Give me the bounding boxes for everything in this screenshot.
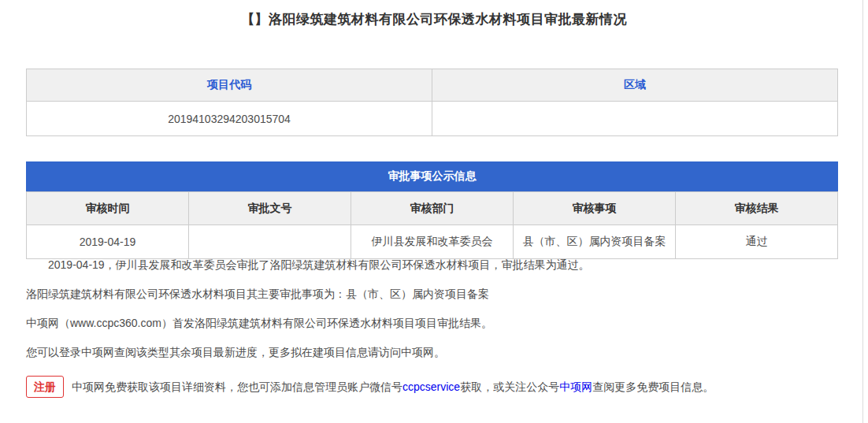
review-time-value: 2019-04-19 (27, 225, 189, 259)
register-text-after: 查阅更多免费项目信息。 (592, 381, 714, 392)
page-title: 【】洛阳绿筑建筑材料有限公司环保透水材料项目审批最新情况 (0, 0, 868, 28)
wechat-id-link[interactable]: ccpcservice (402, 381, 460, 392)
register-text-middle: 获取，或关注公众号 (460, 381, 559, 392)
approval-doc-number-header: 审批文号 (189, 192, 351, 225)
project-table-header-row: 项目代码 区域 (27, 69, 838, 102)
review-result-header: 审核结果 (676, 192, 838, 225)
register-button[interactable]: 注册 (26, 376, 64, 398)
project-info-table: 项目代码 区域 20194103294203015704 (26, 69, 838, 136)
page-right-edge-line (862, 0, 863, 423)
approval-table: 审核时间 审批文号 审核部门 审核事项 审核结果 2019-04-19 伊川县发… (26, 191, 838, 259)
project-table-data-row: 20194103294203015704 (27, 102, 838, 136)
site-name-link[interactable]: 中项网 (559, 381, 592, 392)
approval-table-data-row: 2019-04-19 伊川县发展和改革委员会 县（市、区）属内资项目备案 通过 (27, 225, 838, 259)
more-info-paragraph: 您可以登录中项网查阅该类型其余项目最新进度，更多拟在建项目信息请访问中项网。 (26, 347, 838, 358)
approval-table-header-row: 审核时间 审批文号 审核部门 审核事项 审核结果 (27, 192, 838, 225)
project-code-header: 项目代码 (27, 69, 432, 102)
review-matter-header: 审核事项 (514, 192, 676, 225)
matter-paragraph: 洛阳绿筑建筑材料有限公司环保透水材料项目其主要审批事项为：县（市、区）属内资项目… (26, 288, 838, 299)
review-result-value: 通过 (676, 225, 838, 259)
main-content: 项目代码 区域 20194103294203015704 审批事项公示信息 审核… (26, 69, 838, 398)
review-department-value: 伊川县发展和改革委员会 (351, 225, 514, 259)
register-text-before: 中项网免费获取该项目详细资料，您也可添加信息管理员账户微信号 (72, 381, 402, 392)
approval-banner: 审批事项公示信息 (26, 161, 838, 191)
project-code-value: 20194103294203015704 (27, 102, 432, 136)
summary-paragraph: 2019-04-19，伊川县发展和改革委员会审批了洛阳绿筑建筑材料有限公司环保透… (26, 259, 838, 270)
review-time-header: 审核时间 (27, 192, 189, 225)
source-paragraph: 中项网（www.ccpc360.com）首发洛阳绿筑建筑材料有限公司环保透水材料… (26, 317, 838, 328)
region-header: 区域 (432, 69, 838, 102)
review-matter-value: 县（市、区）属内资项目备案 (514, 225, 676, 259)
review-department-header: 审核部门 (351, 192, 514, 225)
register-notice: 注册 中项网免费获取该项目详细资料，您也可添加信息管理员账户微信号 ccpcse… (26, 376, 838, 398)
approval-doc-number-value (189, 225, 351, 259)
region-value (432, 102, 838, 136)
